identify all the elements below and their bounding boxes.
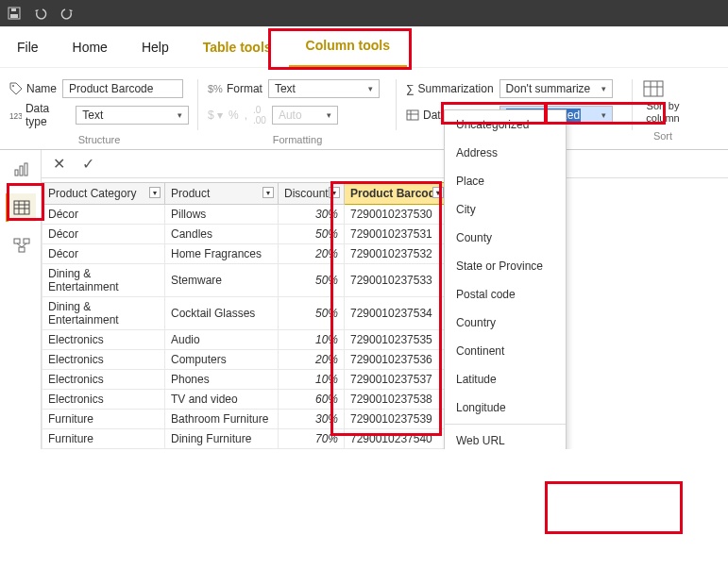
cell-category: Electronics bbox=[42, 370, 165, 390]
tab-table-tools[interactable]: Table tools bbox=[186, 26, 289, 68]
svg-rect-20 bbox=[14, 239, 20, 243]
table-row[interactable]: Dining & EntertainmentStemware50%7290010… bbox=[42, 264, 449, 297]
name-input[interactable]: Product Barcode bbox=[62, 79, 183, 98]
table-row[interactable]: Dining & EntertainmentCocktail Glasses50… bbox=[42, 297, 449, 330]
svg-rect-21 bbox=[24, 239, 29, 243]
dropdown-item[interactable]: County bbox=[445, 224, 566, 252]
dropdown-item[interactable]: Uncategorized bbox=[445, 110, 566, 139]
nav-data[interactable] bbox=[6, 193, 36, 222]
cell-product: Candles bbox=[165, 225, 279, 244]
cell-product: Audio bbox=[165, 330, 279, 350]
cell-discount: 50% bbox=[279, 297, 345, 330]
svg-line-23 bbox=[17, 243, 22, 247]
cancel-icon[interactable]: ✕ bbox=[53, 155, 65, 173]
sort-button[interactable]: Sort by column bbox=[642, 75, 684, 125]
percent-button: % bbox=[229, 109, 239, 122]
cell-discount: 70% bbox=[279, 429, 345, 449]
cell-discount: 20% bbox=[279, 350, 345, 370]
cell-discount: 30% bbox=[279, 205, 345, 225]
cell-product: TV and video bbox=[165, 390, 279, 410]
cell-barcode: 7290010237531 bbox=[345, 225, 449, 244]
summarization-select[interactable]: Don't summarize▾ bbox=[499, 79, 613, 98]
group-label-formatting: Formatting bbox=[208, 128, 387, 149]
dropdown-item[interactable]: Continent bbox=[445, 337, 566, 365]
tab-column-tools[interactable]: Column tools bbox=[289, 26, 407, 68]
nav-model[interactable] bbox=[6, 231, 36, 259]
ribbon-group-formatting: $% Format Text▾ $ ▾ % , .0.00 Auto▾ Form… bbox=[198, 75, 397, 149]
commit-icon[interactable]: ✓ bbox=[82, 155, 94, 173]
svg-rect-2 bbox=[11, 8, 16, 11]
dropdown-item[interactable]: Country bbox=[445, 309, 566, 337]
col-header-category[interactable]: Product Category▾ bbox=[42, 183, 165, 205]
tag-icon bbox=[9, 82, 23, 95]
filter-icon[interactable]: ▾ bbox=[432, 187, 444, 198]
table-row[interactable]: FurnitureBathroom Furniture30%7290010237… bbox=[42, 410, 449, 429]
filter-icon[interactable]: ▾ bbox=[149, 187, 161, 198]
tab-file[interactable]: File bbox=[0, 40, 56, 55]
table-row[interactable]: ElectronicsAudio10%7290010237535 bbox=[42, 330, 449, 350]
datacategory-dropdown[interactable]: UncategorizedAddressPlaceCityCountyState… bbox=[444, 109, 567, 449]
dropdown-item[interactable]: Web URL bbox=[445, 427, 566, 449]
table-row[interactable]: ElectronicsComputers20%7290010237536 bbox=[42, 350, 449, 370]
cell-discount: 10% bbox=[279, 370, 345, 390]
cell-category: Décor bbox=[42, 205, 165, 225]
dropdown-item[interactable]: State or Province bbox=[445, 252, 566, 280]
dropdown-item[interactable]: Place bbox=[445, 167, 566, 195]
dropdown-item[interactable]: Latitude bbox=[445, 365, 566, 393]
cell-category: Furniture bbox=[42, 429, 165, 449]
svg-text:123: 123 bbox=[9, 111, 22, 121]
cell-product: Dining Furniture bbox=[165, 429, 279, 449]
cell-product: Computers bbox=[165, 350, 279, 370]
data-table: Product Category▾ Product▾ Discount▾ Pro… bbox=[42, 182, 449, 449]
cell-category: Dining & Entertainment bbox=[42, 264, 165, 297]
name-label: Name bbox=[9, 82, 57, 95]
dropdown-item[interactable]: Address bbox=[445, 139, 566, 167]
comma-button: , bbox=[245, 109, 247, 122]
cell-barcode: 7290010237535 bbox=[345, 330, 449, 350]
table-row[interactable]: ElectronicsTV and video60%7290010237538 bbox=[42, 390, 449, 410]
cell-category: Furniture bbox=[42, 410, 165, 429]
cell-category: Electronics bbox=[42, 330, 165, 350]
tab-home[interactable]: Home bbox=[56, 26, 125, 68]
cell-barcode: 7290010237533 bbox=[345, 264, 449, 297]
tab-help[interactable]: Help bbox=[125, 26, 186, 68]
cell-product: Cocktail Glasses bbox=[165, 297, 279, 330]
cell-discount: 50% bbox=[279, 264, 345, 297]
datatype-select[interactable]: Text▾ bbox=[76, 106, 189, 125]
svg-rect-15 bbox=[14, 201, 29, 214]
table-row[interactable]: ElectronicsPhones10%7290010237537 bbox=[42, 370, 449, 390]
col-header-product[interactable]: Product▾ bbox=[165, 183, 279, 205]
nav-report[interactable] bbox=[6, 156, 36, 184]
filter-icon[interactable]: ▾ bbox=[262, 187, 274, 198]
cell-barcode: 7290010237532 bbox=[345, 244, 449, 264]
dropdown-item[interactable]: Postal code bbox=[445, 280, 566, 309]
summarization-label: ∑ Summarization bbox=[406, 82, 494, 95]
svg-line-24 bbox=[22, 243, 26, 247]
save-icon[interactable] bbox=[8, 7, 21, 20]
cell-barcode: 7290010237534 bbox=[345, 297, 449, 330]
cell-discount: 10% bbox=[279, 330, 345, 350]
undo-icon[interactable] bbox=[34, 7, 47, 20]
content: ✕ ✓ Product Category▾ Product▾ Discount▾… bbox=[42, 150, 728, 449]
col-header-barcode[interactable]: Product Barcode▾ bbox=[345, 183, 449, 205]
ribbon-tabs: File Home Help Table tools Column tools bbox=[0, 26, 728, 68]
left-nav bbox=[0, 150, 42, 449]
table-row[interactable]: DécorCandles50%7290010237531 bbox=[42, 225, 449, 244]
currency-format-icon: $% bbox=[208, 83, 223, 94]
ribbon-group-sort: Sort by column Sort bbox=[633, 75, 693, 149]
svg-rect-1 bbox=[10, 14, 18, 18]
dropdown-item[interactable]: City bbox=[445, 195, 566, 224]
table-row[interactable]: FurnitureDining Furniture70%729001023754… bbox=[42, 429, 449, 449]
redo-icon[interactable] bbox=[60, 7, 74, 20]
table-row[interactable]: DécorHome Fragrances20%7290010237532 bbox=[42, 244, 449, 264]
col-header-discount[interactable]: Discount▾ bbox=[279, 183, 345, 205]
dropdown-item[interactable]: Longitude bbox=[445, 393, 566, 422]
svg-rect-8 bbox=[644, 81, 663, 96]
decimals-input: Auto▾ bbox=[272, 106, 338, 125]
filter-icon[interactable]: ▾ bbox=[329, 187, 340, 198]
datatype-icon: 123 bbox=[9, 109, 22, 122]
cell-barcode: 7290010237539 bbox=[345, 410, 449, 429]
ribbon: Name Product Barcode 123 Data type Text▾… bbox=[0, 68, 728, 150]
table-row[interactable]: DécorPillows30%7290010237530 bbox=[42, 205, 449, 225]
format-select[interactable]: Text▾ bbox=[268, 79, 380, 98]
